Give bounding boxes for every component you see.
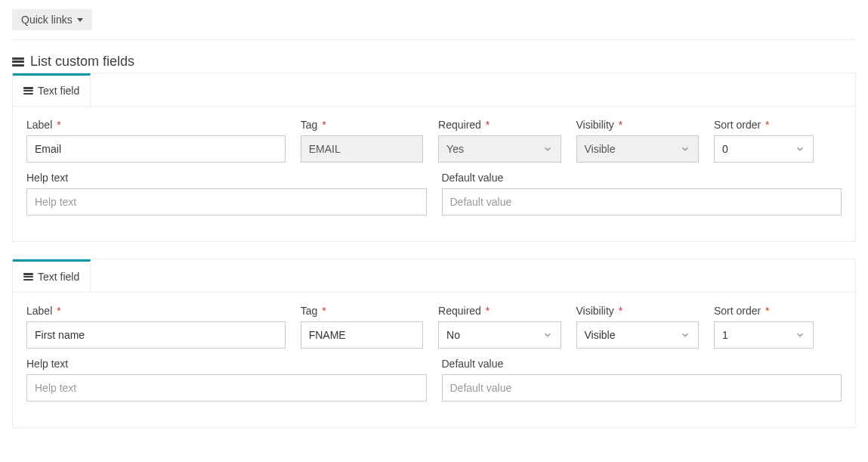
label-input[interactable] <box>26 321 286 349</box>
label-default-value: Default value <box>442 172 842 184</box>
field-card: Text field Label * Tag * Required * No <box>12 259 856 428</box>
page-title-text: List custom fields <box>30 54 134 70</box>
chevron-down-icon <box>795 144 805 154</box>
page-title: List custom fields <box>12 54 856 70</box>
tab-label: Text field <box>38 271 79 283</box>
quicklinks-label: Quick links <box>21 14 73 26</box>
label-visibility: Visibility * <box>576 119 699 131</box>
required-select: Yes <box>438 135 561 163</box>
default-value-input[interactable] <box>442 188 842 215</box>
tab-bar: Text field <box>13 73 855 107</box>
required-value: Yes <box>446 143 464 155</box>
caret-down-icon <box>77 18 83 22</box>
label-required: Required * <box>438 305 561 317</box>
tab-text-field[interactable]: Text field <box>13 73 91 106</box>
label-tag: Tag * <box>301 305 423 317</box>
label-required: Required * <box>438 119 561 131</box>
label-default-value: Default value <box>442 358 842 370</box>
chevron-down-icon <box>795 330 805 340</box>
list-icon <box>12 57 24 67</box>
visibility-value: Visible <box>585 143 616 155</box>
visibility-select: Visible <box>576 135 699 163</box>
tab-bar: Text field <box>13 259 855 293</box>
field-card: Text field Label * Tag * Required * Yes <box>12 73 856 242</box>
visibility-select[interactable]: Visible <box>576 321 699 349</box>
sort-order-value: 1 <box>722 329 728 341</box>
chevron-down-icon <box>680 330 690 340</box>
label-tag: Tag * <box>301 119 423 131</box>
chevron-down-icon <box>542 144 553 154</box>
label-visibility: Visibility * <box>576 305 699 317</box>
tag-input <box>301 135 423 163</box>
help-text-input[interactable] <box>26 188 427 215</box>
list-icon <box>23 87 33 95</box>
label-help-text: Help text <box>26 172 427 184</box>
sort-order-select[interactable]: 0 <box>714 135 814 163</box>
list-icon <box>23 273 33 281</box>
visibility-value: Visible <box>585 329 616 341</box>
tag-input[interactable] <box>301 321 423 349</box>
label-sort-order: Sort order * <box>714 305 814 317</box>
quicklinks-bar: Quick links <box>12 6 856 40</box>
default-value-input[interactable] <box>442 374 842 402</box>
required-select[interactable]: No <box>438 321 561 349</box>
required-value: No <box>446 329 460 341</box>
tab-text-field[interactable]: Text field <box>13 259 91 292</box>
help-text-input[interactable] <box>26 374 427 402</box>
label-label: Label * <box>26 305 286 317</box>
quicklinks-button[interactable]: Quick links <box>12 9 92 30</box>
sort-order-select[interactable]: 1 <box>714 321 814 349</box>
label-label: Label * <box>26 119 286 131</box>
label-help-text: Help text <box>26 358 427 370</box>
label-input[interactable] <box>26 135 286 163</box>
tab-label: Text field <box>38 85 79 97</box>
label-sort-order: Sort order * <box>714 119 814 131</box>
sort-order-value: 0 <box>722 143 728 155</box>
chevron-down-icon <box>680 144 690 154</box>
chevron-down-icon <box>542 330 553 340</box>
